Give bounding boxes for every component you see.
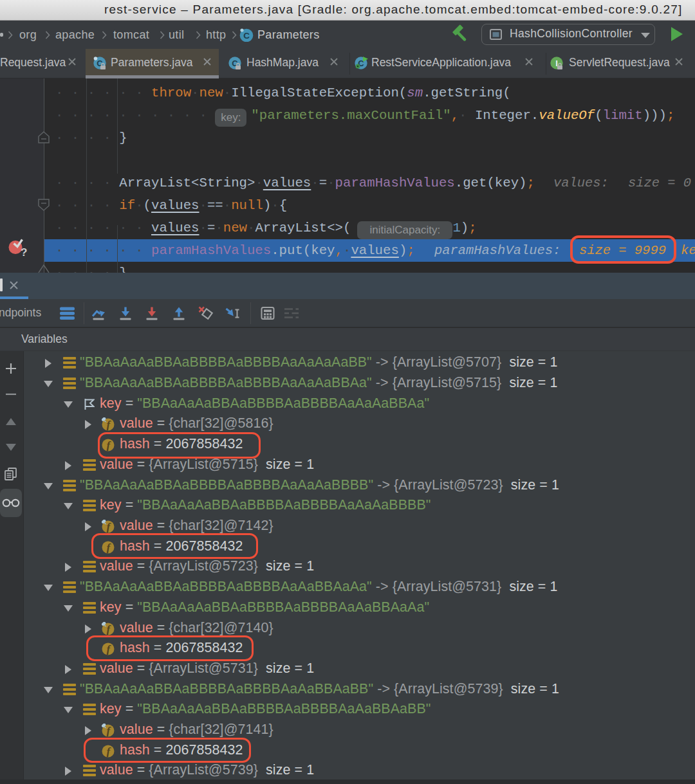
svg-text:C: C <box>243 31 250 41</box>
